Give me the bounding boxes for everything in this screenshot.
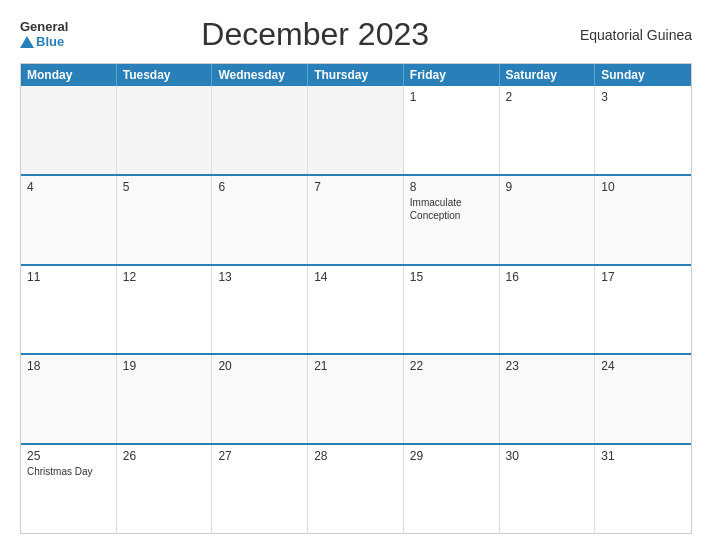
day-number: 23: [506, 359, 589, 373]
logo-general-text: General: [20, 20, 68, 34]
calendar-cell-w4-d1: 18: [21, 355, 117, 443]
day-number: 20: [218, 359, 301, 373]
day-number: 18: [27, 359, 110, 373]
day-number: 29: [410, 449, 493, 463]
header-saturday: Saturday: [500, 64, 596, 86]
day-number: 5: [123, 180, 206, 194]
calendar-cell-w4-d5: 22: [404, 355, 500, 443]
day-number: 25: [27, 449, 110, 463]
calendar-cell-w2-d2: 5: [117, 176, 213, 264]
day-number: 26: [123, 449, 206, 463]
calendar-week-1: 123: [21, 86, 691, 174]
day-number: 9: [506, 180, 589, 194]
day-number: 31: [601, 449, 685, 463]
day-number: 10: [601, 180, 685, 194]
day-number: 4: [27, 180, 110, 194]
calendar-cell-w3-d3: 13: [212, 266, 308, 354]
header-friday: Friday: [404, 64, 500, 86]
header-sunday: Sunday: [595, 64, 691, 86]
day-number: 15: [410, 270, 493, 284]
calendar-cell-w3-d2: 12: [117, 266, 213, 354]
logo: General Blue: [20, 20, 68, 49]
calendar-cell-w3-d7: 17: [595, 266, 691, 354]
calendar-cell-w4-d6: 23: [500, 355, 596, 443]
day-number: 22: [410, 359, 493, 373]
day-number: 7: [314, 180, 397, 194]
calendar-cell-w5-d3: 27: [212, 445, 308, 533]
calendar-cell-w2-d4: 7: [308, 176, 404, 264]
calendar-cell-w2-d6: 9: [500, 176, 596, 264]
calendar-cell-w4-d2: 19: [117, 355, 213, 443]
calendar-cell-w4-d7: 24: [595, 355, 691, 443]
calendar-cell-w2-d3: 6: [212, 176, 308, 264]
calendar-cell-w1-d6: 2: [500, 86, 596, 174]
day-number: 6: [218, 180, 301, 194]
header-tuesday: Tuesday: [117, 64, 213, 86]
calendar-cell-w5-d6: 30: [500, 445, 596, 533]
calendar-cell-w1-d7: 3: [595, 86, 691, 174]
calendar-cell-w3-d1: 11: [21, 266, 117, 354]
header-wednesday: Wednesday: [212, 64, 308, 86]
calendar-grid: Monday Tuesday Wednesday Thursday Friday…: [20, 63, 692, 534]
day-number: 30: [506, 449, 589, 463]
day-number: 24: [601, 359, 685, 373]
calendar-cell-w2-d5: 8Immaculate Conception: [404, 176, 500, 264]
day-number: 11: [27, 270, 110, 284]
logo-blue-row: Blue: [20, 35, 68, 49]
day-number: 8: [410, 180, 493, 194]
calendar-week-4: 18192021222324: [21, 353, 691, 443]
calendar-cell-w2-d7: 10: [595, 176, 691, 264]
day-number: 27: [218, 449, 301, 463]
day-event: Christmas Day: [27, 465, 110, 478]
calendar-cell-w4-d3: 20: [212, 355, 308, 443]
calendar-cell-w1-d3: [212, 86, 308, 174]
calendar-week-3: 11121314151617: [21, 264, 691, 354]
calendar-cell-w2-d1: 4: [21, 176, 117, 264]
calendar-cell-w1-d1: [21, 86, 117, 174]
day-number: 19: [123, 359, 206, 373]
day-number: 3: [601, 90, 685, 104]
logo-triangle-icon: [20, 36, 34, 48]
calendar-cell-w3-d6: 16: [500, 266, 596, 354]
day-number: 12: [123, 270, 206, 284]
calendar-cell-w1-d2: [117, 86, 213, 174]
calendar-cell-w5-d7: 31: [595, 445, 691, 533]
calendar-page: General Blue December 2023 Equatorial Gu…: [0, 0, 712, 550]
logo-blue-text: Blue: [36, 35, 64, 49]
calendar-week-2: 45678Immaculate Conception910: [21, 174, 691, 264]
day-number: 2: [506, 90, 589, 104]
day-number: 21: [314, 359, 397, 373]
calendar-cell-w1-d5: 1: [404, 86, 500, 174]
calendar-cell-w3-d5: 15: [404, 266, 500, 354]
calendar-cell-w5-d4: 28: [308, 445, 404, 533]
calendar-header: Monday Tuesday Wednesday Thursday Friday…: [21, 64, 691, 86]
day-event: Immaculate Conception: [410, 196, 493, 222]
day-number: 17: [601, 270, 685, 284]
calendar-body: 12345678Immaculate Conception91011121314…: [21, 86, 691, 533]
day-number: 16: [506, 270, 589, 284]
calendar-cell-w5-d1: 25Christmas Day: [21, 445, 117, 533]
calendar-cell-w3-d4: 14: [308, 266, 404, 354]
page-header: General Blue December 2023 Equatorial Gu…: [20, 16, 692, 53]
calendar-cell-w4-d4: 21: [308, 355, 404, 443]
day-number: 13: [218, 270, 301, 284]
calendar-cell-w5-d2: 26: [117, 445, 213, 533]
calendar-cell-w5-d5: 29: [404, 445, 500, 533]
calendar-week-5: 25Christmas Day262728293031: [21, 443, 691, 533]
calendar-cell-w1-d4: [308, 86, 404, 174]
header-thursday: Thursday: [308, 64, 404, 86]
day-number: 28: [314, 449, 397, 463]
day-number: 14: [314, 270, 397, 284]
day-number: 1: [410, 90, 493, 104]
header-monday: Monday: [21, 64, 117, 86]
month-title: December 2023: [68, 16, 562, 53]
country-label: Equatorial Guinea: [562, 27, 692, 43]
